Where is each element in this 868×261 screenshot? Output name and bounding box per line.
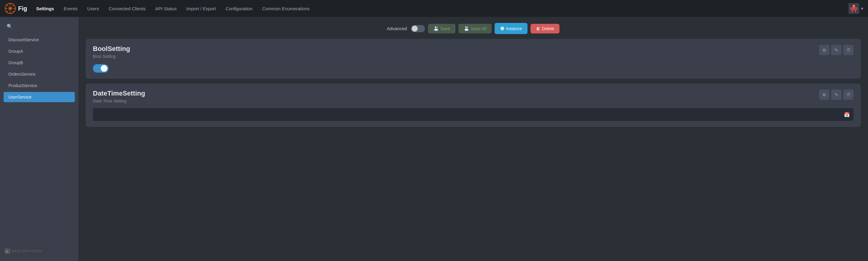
svg-text:G: G [5,250,8,253]
copy-icon-2: ⧉ [823,92,826,97]
nav-item-api-status[interactable]: API Status [151,4,181,13]
copy-icon: ⧉ [823,47,826,53]
save-icon: 💾 [433,26,438,31]
sidebar-footer: G Made with Gifox [4,246,75,256]
sidebar-item-ordersservice[interactable]: OrdersService [4,69,75,79]
navbar: Fig Settings Events Users Connected Clie… [0,0,868,17]
fig-logo-icon [5,3,16,14]
app-layout: 🔍 DiscountService GroupA GroupB OrdersSe… [0,17,868,261]
datetime-setting-card: DateTimeSetting Date Time Setting ⧉ ✎ ⏱ [86,84,861,127]
datetime-setting-title: DateTimeSetting [93,90,145,97]
avatar-icon [848,3,859,14]
svg-rect-13 [852,7,856,10]
user-menu-chevron[interactable]: ▾ [861,6,863,11]
svg-rect-12 [852,5,855,7]
search-icon: 🔍 [7,24,13,29]
sidebar-footer-label: Made with Gifox [12,250,42,253]
search-bar[interactable]: 🔍 [4,22,75,31]
save-button[interactable]: 💾 Save [428,24,456,33]
bool-setting-copy-btn[interactable]: ⧉ [819,45,829,55]
bool-setting-title: BoolSetting [93,45,130,53]
delete-button[interactable]: 🗑 Delete [530,24,559,33]
datetime-setting-history-btn[interactable]: ⏱ [843,90,854,100]
datetime-setting-info: DateTimeSetting Date Time Setting [93,90,145,103]
delete-icon: 🗑 [536,26,540,31]
app-logo[interactable]: Fig [5,3,27,14]
save-all-label: Save All [471,26,486,31]
bool-toggle-knob [101,65,107,72]
bool-setting-actions: ⧉ ✎ ⏱ [819,45,854,55]
sidebar: 🔍 DiscountService GroupA GroupB OrdersSe… [0,17,79,261]
nav-item-connected-clients[interactable]: Connected Clients [104,4,150,13]
svg-point-2 [9,7,11,10]
bool-setting-history-btn[interactable]: ⏱ [843,45,854,55]
logo-text: Fig [18,5,27,12]
datetime-input-wrap: 📅 [93,108,854,121]
bool-setting-card: BoolSetting Bool Setting ⧉ ✎ ⏱ [86,39,861,79]
edit-icon-2: ✎ [835,92,838,97]
edit-icon: ✎ [835,47,838,53]
history-icon: ⏱ [846,47,850,53]
advanced-toggle[interactable] [411,25,425,32]
svg-rect-15 [855,10,856,12]
history-icon-2: ⏱ [846,92,850,97]
sidebar-item-groupb[interactable]: GroupB [4,58,75,68]
nav-item-settings[interactable]: Settings [32,4,58,13]
calendar-icon: 📅 [844,112,850,118]
nav-item-users[interactable]: Users [83,4,103,13]
main-content: Advanced 💾 Save 💾 Save All ⊕ Instance 🗑 [79,17,868,261]
bool-setting-subtitle: Bool Setting [93,54,130,59]
instance-label: Instance [506,26,522,31]
instance-button[interactable]: ⊕ Instance [495,23,527,34]
datetime-setting-card-header: DateTimeSetting Date Time Setting ⧉ ✎ ⏱ [93,90,854,103]
advanced-label: Advanced [387,26,407,31]
datetime-setting-copy-btn[interactable]: ⧉ [819,90,829,100]
svg-rect-16 [850,7,852,10]
datetime-setting-edit-btn[interactable]: ✎ [831,90,841,100]
save-all-button[interactable]: 💾 Save All [459,24,492,33]
avatar[interactable] [848,3,859,14]
sidebar-item-productservice[interactable]: ProductService [4,80,75,91]
bool-setting-card-header: BoolSetting Bool Setting ⧉ ✎ ⏱ [93,45,854,59]
nav-item-events[interactable]: Events [59,4,82,13]
save-label: Save [440,26,450,31]
bool-setting-edit-btn[interactable]: ✎ [831,45,841,55]
datetime-setting-actions: ⧉ ✎ ⏱ [819,90,854,100]
sidebar-item-discountservice[interactable]: DiscountService [4,35,75,45]
sidebar-item-userservice[interactable]: UserService [4,92,75,102]
delete-label: Delete [542,26,554,31]
toolbar: Advanced 💾 Save 💾 Save All ⊕ Instance 🗑 [86,23,861,34]
bool-value-toggle[interactable] [93,64,108,73]
sidebar-item-groupa[interactable]: GroupA [4,46,75,56]
nav-item-import-export[interactable]: Import / Export [182,4,220,13]
svg-rect-14 [851,10,853,12]
svg-line-8 [13,11,14,12]
gifox-icon: G [5,248,10,254]
svg-line-7 [7,5,8,6]
datetime-setting-subtitle: Date Time Setting [93,99,145,103]
bool-setting-info: BoolSetting Bool Setting [93,45,130,59]
save-all-icon: 💾 [464,26,469,31]
svg-line-10 [7,11,8,12]
navbar-right: ▾ [848,3,863,14]
instance-plus-icon: ⊕ [500,25,504,32]
svg-line-9 [13,5,14,6]
nav-item-common-enumerations[interactable]: Common Enumerations [258,4,314,13]
svg-rect-17 [856,7,858,10]
nav-item-configuration[interactable]: Configuration [221,4,257,13]
